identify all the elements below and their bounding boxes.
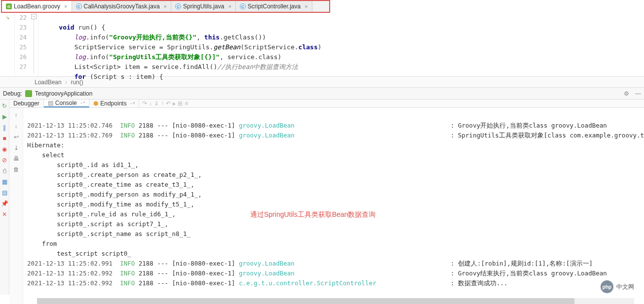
layout-button[interactable]: ▦ <box>0 177 9 186</box>
sql-line: select <box>27 151 64 159</box>
log-pid: 2188 <box>139 260 153 267</box>
tab-loadbean-groovy[interactable]: G LoadBean.groovy × <box>2 1 72 12</box>
log-pid: 2188 <box>139 122 153 129</box>
view-breakpoints-button[interactable]: ◉ <box>0 145 9 154</box>
java-class-icon: C <box>240 3 246 9</box>
tab-label: SpringUtils.java <box>183 3 224 10</box>
scroll-down-icon[interactable]: ↓ <box>12 122 21 131</box>
code-text: (ScriptService. <box>240 43 298 51</box>
code-editor[interactable]: ↘ 22 23 24 25 26 27 − void run() { log.i… <box>0 13 644 77</box>
sql-line: script0_.create_person as create_p2_1_, <box>27 171 202 178</box>
code-text: () { <box>90 24 105 31</box>
tab-debugger[interactable]: Debugger <box>9 100 44 107</box>
code-area[interactable]: void run() { log.info("Groovy开始执行,当前类{}"… <box>38 13 644 76</box>
editor-gutter-icons: ↘ <box>0 13 15 76</box>
step-into-icon[interactable]: ↓ <box>149 100 152 107</box>
keyword-void: void <box>59 24 74 31</box>
debug-left-toolbar: ↻ ▶ ‖ ■ ◉ ⊘ ⎙ ▦ ▤ 📌 ✕ <box>0 100 9 295</box>
close-icon[interactable]: × <box>304 3 307 9</box>
dropdown-arrow-icon[interactable]: →* <box>79 101 85 105</box>
print-icon[interactable]: 🖶 <box>12 154 21 163</box>
code-text: List<Script> item = service.findAll() <box>75 63 218 70</box>
string-literal: "Groovy开始执行,当前类{}" <box>109 34 196 41</box>
log-logger: c.e.g.t.u.controller.ScriptController <box>239 279 376 287</box>
trace-icon[interactable]: ≡ <box>185 100 188 107</box>
line-number: 23 <box>15 23 27 33</box>
line-number: 27 <box>15 62 27 72</box>
tab-label: CallAnalysisGroovyTask.java <box>84 3 160 10</box>
sql-line: script0_.modify_person as modify_p4_1_, <box>27 191 202 198</box>
force-step-into-icon[interactable]: ⇓ <box>154 100 159 107</box>
line-number: 22 <box>15 13 27 23</box>
sql-line: script0_.create_time as create_t3_1_, <box>27 181 194 188</box>
code-text: , <box>196 34 204 41</box>
tab-label: LoadBean.groovy <box>14 3 60 10</box>
line-numbers: 22 23 24 25 26 27 <box>15 13 30 76</box>
code-text: ) <box>318 43 322 51</box>
tab-springutils-java[interactable]: C SpringUtils.java × <box>171 1 236 12</box>
clear-icon[interactable]: 🗑 <box>12 165 21 174</box>
override-icon[interactable]: ↘ <box>4 14 11 21</box>
console-toolbar: ↑ ↓ ↩ ⤓ 🖶 🗑 <box>9 108 23 304</box>
run-to-cursor-icon[interactable]: ▸ <box>173 100 176 107</box>
endpoints-icon: ⬢ <box>93 100 98 107</box>
log-message: Groovy开始执行,当前类class groovy.LoadBean <box>458 122 607 129</box>
tab-scriptcontroller-java[interactable]: C ScriptController.java × <box>236 1 312 12</box>
drop-frame-icon[interactable]: ↶ <box>166 100 171 107</box>
tab-console[interactable]: ▤ Console →* <box>44 100 90 107</box>
close-button[interactable]: ✕ <box>0 210 9 219</box>
log-thread: [nio-8080-exec-1] <box>172 260 235 267</box>
sql-line: test_script script0_ <box>27 250 131 257</box>
scroll-up-icon[interactable]: ↑ <box>12 111 21 120</box>
log-level: INFO <box>120 270 135 277</box>
sql-line: script0_.rule_id as rule_id6_1_, <box>27 210 176 218</box>
line-number: 26 <box>15 52 27 62</box>
close-icon[interactable]: × <box>64 3 67 9</box>
gear-icon[interactable]: ⚙ <box>624 90 629 97</box>
close-icon[interactable]: × <box>164 3 167 9</box>
dump-threads-button[interactable]: ⎙ <box>0 167 9 175</box>
debug-tabs: Debugger ▤ Console →* ⬢ Endpoints →* ↷ ↓… <box>9 100 644 108</box>
minimize-icon[interactable]: — <box>635 90 641 97</box>
editor-tabs-bar: G LoadBean.groovy × C CallAnalysisGroovy… <box>1 0 330 13</box>
debug-toolwindow-header: Debug: TestgroovyApplication ⚙ — <box>0 88 644 100</box>
rerun-button[interactable]: ↻ <box>0 101 9 110</box>
scroll-to-end-icon[interactable]: ⤓ <box>12 143 21 152</box>
log-message: 数据查询成功... <box>458 279 508 287</box>
step-toolbar: ↷ ↓ ⇓ ↑ ↶ ▸ ⊞ ≡ <box>139 100 191 107</box>
horizontal-scrollbar[interactable] <box>37 298 634 304</box>
close-icon[interactable]: × <box>228 3 231 9</box>
resume-button[interactable]: ▶ <box>0 112 9 121</box>
log-timestamp: 2021-12-13 11:25:02.992 <box>27 279 113 287</box>
tab-endpoints[interactable]: ⬢ Endpoints →* <box>89 100 139 107</box>
debug-label: Debug: <box>3 90 22 97</box>
string-literal: "SpringUtils工具类获取对象[{}]" <box>109 53 220 61</box>
scrollbar-thumb[interactable] <box>37 298 574 304</box>
console-output[interactable]: 2021-12-13 11:25:02.746 INFO 2188 --- [n… <box>23 108 644 304</box>
tab-label: Console <box>55 100 77 106</box>
step-over-icon[interactable]: ↷ <box>142 100 147 107</box>
tab-callanalysis-java[interactable]: C CallAnalysisGroovyTask.java × <box>72 1 172 12</box>
log-timestamp: 2021-12-13 11:25:02.991 <box>27 260 113 267</box>
log-level: INFO <box>120 279 135 287</box>
pin-button[interactable]: 📌 <box>0 199 9 208</box>
log-logger: groovy.LoadBean <box>239 260 295 267</box>
line-number: 25 <box>15 42 27 52</box>
mute-breakpoints-button[interactable]: ⊘ <box>0 156 9 165</box>
log-logger: groovy.LoadBean <box>239 132 295 139</box>
watermark: php 中文网 <box>601 280 634 293</box>
settings-button[interactable]: ▤ <box>0 188 9 197</box>
soft-wrap-icon[interactable]: ↩ <box>12 133 21 141</box>
code-text: , service.class) <box>220 53 281 61</box>
stop-button[interactable]: ■ <box>0 134 9 143</box>
evaluate-icon[interactable]: ⊞ <box>178 100 183 107</box>
pause-button[interactable]: ‖ <box>0 123 9 132</box>
fold-toggle-icon[interactable]: − <box>31 14 37 19</box>
log-timestamp: 2021-12-13 11:25:02.769 <box>27 132 113 139</box>
log-logger: groovy.LoadBean <box>239 270 295 277</box>
keyword-class: class <box>299 43 318 51</box>
step-out-icon[interactable]: ↑ <box>161 100 164 107</box>
log-pid: 2188 <box>139 279 153 287</box>
run-config-icon <box>25 90 32 97</box>
dropdown-arrow-icon[interactable]: →* <box>129 101 135 106</box>
